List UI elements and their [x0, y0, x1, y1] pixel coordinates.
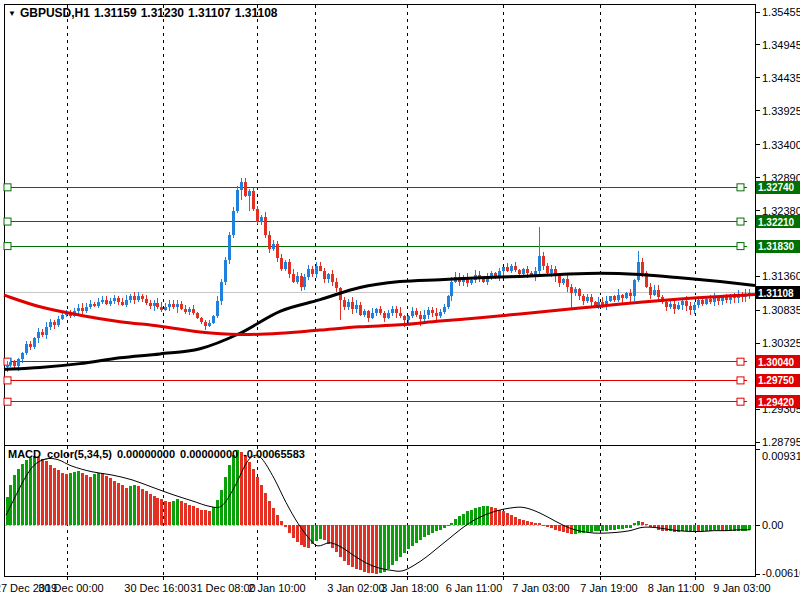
level-handle-left[interactable]	[4, 377, 11, 384]
time-tick-label: 8 Jan 11:00	[648, 582, 705, 594]
level-handle-left[interactable]	[4, 184, 11, 191]
level-price-badge-1.30040: 1.30040	[756, 355, 800, 368]
time-tick-label: 7 Jan 19:00	[580, 582, 638, 594]
symbol-dropdown-icon: ▼	[8, 9, 16, 18]
time-tick-label: 30 Dec 00:00	[38, 582, 103, 594]
level-handle-right[interactable]	[737, 358, 744, 365]
price-tick-label: 1.33400	[762, 139, 800, 151]
price-tick-label: 1.34435	[762, 72, 800, 84]
low-value: 1.31107	[188, 6, 231, 20]
level-handle-right[interactable]	[737, 243, 744, 250]
macd-value-3: -0.00065583	[243, 448, 305, 460]
svg-text:1.32740: 1.32740	[758, 182, 795, 193]
price-tick-label: 1.30325	[762, 337, 800, 349]
price-tick-label: 1.34945	[762, 39, 800, 51]
level-handle-right[interactable]	[737, 218, 744, 225]
price-tick-label: 1.32380	[762, 205, 800, 217]
level-handle-right[interactable]	[737, 377, 744, 384]
price-tick-label: 1.28795	[762, 436, 800, 448]
svg-text:1.31830: 1.31830	[758, 241, 795, 252]
close-value: 1.31108	[235, 6, 278, 20]
price-tick-label: 1.31360	[762, 270, 800, 282]
time-tick-label: 9 Jan 03:00	[713, 582, 771, 594]
chart-canvas[interactable]: 1.354551.349451.344351.339251.334001.328…	[0, 0, 800, 600]
macd-axis: 0.00931170.00-0.006107	[755, 450, 800, 579]
open-value: 1.31159	[94, 6, 137, 20]
time-tick-label: 7 Jan 03:00	[512, 582, 570, 594]
ohlc-info: ▼GBPUSD,H11.311591.312301.311071.31108	[8, 6, 281, 20]
level-handle-left[interactable]	[4, 218, 11, 225]
level-handle-right[interactable]	[737, 184, 744, 191]
main-chart-area[interactable]	[4, 4, 755, 445]
symbol-period-label: GBPUSD,H1	[20, 6, 90, 20]
time-tick-label: 30 Dec 16:00	[124, 582, 189, 594]
high-value: 1.31230	[141, 6, 184, 20]
level-handle-right[interactable]	[737, 398, 744, 405]
macd-value-2: 0.00000000	[180, 448, 238, 460]
macd-indicator-label: MACD_color(5,34,5)	[8, 448, 112, 460]
macd-value-1: 0.00000000	[117, 448, 175, 460]
time-tick-label: 31 Dec 08:00	[190, 582, 255, 594]
svg-text:1.29420: 1.29420	[758, 397, 795, 408]
price-tick-label: 1.30835	[762, 304, 800, 316]
time-tick-label: 3 Jan 18:00	[381, 582, 439, 594]
level-price-badge-1.32740: 1.32740	[756, 181, 800, 194]
svg-text:1.32210: 1.32210	[758, 217, 795, 228]
svg-text:1.30040: 1.30040	[758, 357, 795, 368]
time-tick-label: 6 Jan 11:00	[446, 582, 503, 594]
macd-info: MACD_color(5,34,5)0.000000000.00000000-0…	[8, 448, 310, 460]
level-price-badge-1.29420: 1.29420	[756, 395, 800, 408]
time-axis: 27 Dec 201930 Dec 00:0030 Dec 16:0031 De…	[0, 582, 771, 594]
current-price-badge: 1.31108	[756, 286, 800, 299]
chart-window: 1.354551.349451.344351.339251.334001.328…	[0, 0, 800, 600]
svg-text:1.29750: 1.29750	[758, 375, 795, 386]
svg-text:1.31108: 1.31108	[758, 288, 794, 299]
price-tick-label: 1.33925	[762, 105, 800, 117]
macd-tick-label: 0.0093117	[762, 450, 800, 462]
macd-tick-label: -0.006107	[762, 567, 800, 579]
time-tick-label: 3 Jan 02:00	[327, 582, 385, 594]
macd-tick-label: 0.00	[762, 519, 783, 531]
level-handle-left[interactable]	[4, 243, 11, 250]
level-price-badge-1.31830: 1.31830	[756, 240, 800, 253]
time-tick-label: 2 Jan 10:00	[248, 582, 306, 594]
level-price-badge-1.32210: 1.32210	[756, 215, 800, 228]
price-tick-label: 1.35455	[762, 6, 800, 18]
level-handle-left[interactable]	[4, 398, 11, 405]
level-price-badge-1.29750: 1.29750	[756, 374, 800, 387]
